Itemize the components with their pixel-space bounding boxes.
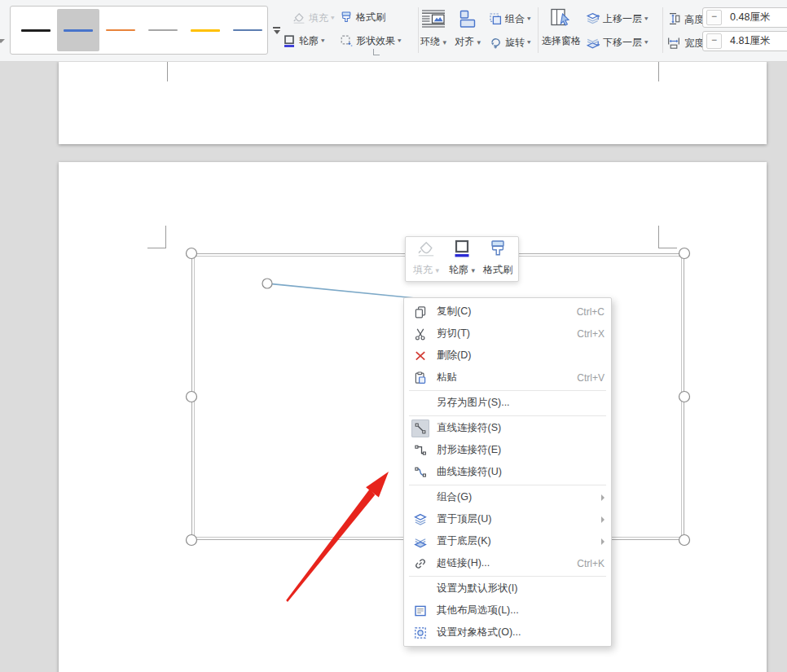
menu-separator xyxy=(409,576,606,577)
menu-item-set-default-shape[interactable]: 设置为默认形状(I) xyxy=(404,578,611,600)
ribbon-separator xyxy=(662,7,663,53)
menu-item-shortcut: Ctrl+X xyxy=(577,328,605,340)
outline-button[interactable]: 轮廓 ▾ xyxy=(282,33,325,48)
menu-item-curved-connector[interactable]: 曲线连接符(U) xyxy=(404,461,611,483)
chevron-down-icon: ▾ xyxy=(527,39,531,46)
chevron-down-icon: ▾ xyxy=(644,39,649,46)
menu-separator xyxy=(409,415,606,416)
outline-icon xyxy=(282,33,297,48)
wrap-button[interactable]: 环绕 ▾ xyxy=(415,8,451,49)
line-style-steel[interactable] xyxy=(226,9,269,51)
group-button[interactable]: 组合 ▾ xyxy=(488,11,531,26)
menu-icon-spacer xyxy=(411,394,429,412)
menu-item-elbow-connector[interactable]: 肘形连接符(E) xyxy=(404,439,611,461)
ribbon-toolbar: 填充 ▾ 格式刷 轮廓 ▾ 形状效果 ▾ 环绕 ▾ 对齐 ▾ 组合 ▾ 旋转 ▾ xyxy=(0,0,787,62)
menu-item-send-to-back[interactable]: 置于底层(K) xyxy=(404,530,611,552)
menu-item-copy[interactable]: 复制(C)Ctrl+C xyxy=(404,301,611,323)
format-painter-button[interactable]: 格式刷 xyxy=(339,10,385,24)
chevron-down-icon: ▾ xyxy=(477,38,481,46)
fill-label: 填充 xyxy=(309,11,328,25)
menu-item-format-object[interactable]: 设置对象格式(O)... xyxy=(404,621,611,643)
gallery-more-button[interactable] xyxy=(270,23,283,38)
menu-item-label: 超链接(H)... xyxy=(437,556,567,570)
fill-button[interactable]: 填充 ▾ xyxy=(292,11,335,25)
context-menu: 复制(C)Ctrl+C剪切(T)Ctrl+X删除(D)粘贴Ctrl+V另存为图片… xyxy=(403,297,612,647)
menu-item-save-as-picture[interactable]: 另存为图片(S)... xyxy=(404,392,611,414)
rotate-button[interactable]: 旋转 ▾ xyxy=(488,35,531,50)
shape-effects-icon xyxy=(339,33,354,48)
chevron-down-icon: ▾ xyxy=(442,38,446,46)
send-backward-button[interactable]: 下移一层 ▾ xyxy=(586,35,649,50)
submenu-arrow-icon xyxy=(601,538,605,545)
send-backward-label: 下移一层 xyxy=(603,36,642,50)
menu-item-group[interactable]: 组合(G) xyxy=(404,486,611,508)
line-style-gallery[interactable] xyxy=(10,6,268,55)
fill-bucket-icon xyxy=(415,238,437,261)
mini-fill-button[interactable]: 填充 ▾ xyxy=(408,239,444,279)
margin-mark xyxy=(658,62,659,81)
menu-item-bring-to-front[interactable]: 置于顶层(U) xyxy=(404,508,611,530)
menu-item-label: 置于顶层(U) xyxy=(437,512,595,526)
menu-item-label: 直线连接符(S) xyxy=(437,421,605,435)
line-style-black[interactable] xyxy=(15,9,57,51)
bring-forward-label: 上移一层 xyxy=(603,12,642,26)
height-icon xyxy=(666,11,681,29)
menu-item-label: 另存为图片(S)... xyxy=(437,396,605,410)
menu-item-cut[interactable]: 剪切(T)Ctrl+X xyxy=(404,323,611,345)
line-style-blue[interactable] xyxy=(57,9,99,51)
rotate-icon xyxy=(488,35,503,50)
elbow-connector-icon xyxy=(411,441,429,459)
selection-pane-button[interactable]: 选择窗格 xyxy=(541,7,582,48)
clipped-dropdown-icon[interactable] xyxy=(0,39,5,43)
menu-item-label: 复制(C) xyxy=(437,305,567,318)
shape-effects-button[interactable]: 形状效果 ▾ xyxy=(339,33,402,48)
cut-icon xyxy=(411,325,429,343)
bring-to-front-icon xyxy=(411,511,429,529)
format-painter-label: 格式刷 xyxy=(356,11,385,24)
line-swatch-preview xyxy=(148,29,178,31)
width-decrement-button[interactable]: − xyxy=(706,33,722,49)
height-decrement-button[interactable]: − xyxy=(706,10,722,25)
bring-forward-button[interactable]: 上移一层 ▾ xyxy=(586,11,649,26)
menu-item-delete[interactable]: 删除(D) xyxy=(404,345,611,367)
line-swatch-preview xyxy=(233,29,262,31)
gallery-more-icon xyxy=(273,27,280,29)
menu-item-label: 剪切(T) xyxy=(437,327,567,340)
line-swatch-preview xyxy=(64,29,93,32)
format-object-icon xyxy=(411,624,429,642)
height-input[interactable]: − 0.48厘米 xyxy=(702,7,787,28)
mini-outline-label: 轮廓 xyxy=(449,264,468,275)
selection-pane-label: 选择窗格 xyxy=(542,34,581,48)
menu-icon-spacer xyxy=(411,489,429,507)
line-swatch-preview xyxy=(106,29,135,31)
paste-icon xyxy=(411,369,429,387)
width-input[interactable]: − 4.81厘米 xyxy=(702,31,787,51)
line-style-gray[interactable] xyxy=(142,9,184,51)
straight-connector-icon xyxy=(411,419,429,437)
line-swatch-preview xyxy=(21,29,51,32)
margin-mark xyxy=(658,226,659,248)
document-page-1[interactable] xyxy=(59,61,767,144)
wrap-label: 环绕 xyxy=(420,36,440,47)
menu-item-label: 删除(D) xyxy=(437,349,605,362)
width-value[interactable]: 4.81厘米 xyxy=(730,34,770,48)
line-style-yellow[interactable] xyxy=(184,9,226,51)
margin-mark xyxy=(658,248,677,248)
dialog-launcher-icon[interactable] xyxy=(373,49,380,55)
menu-item-more-layout-options[interactable]: 其他布局选项(L)... xyxy=(404,600,611,621)
mini-outline-button[interactable]: 轮廓 ▾ xyxy=(444,239,480,279)
menu-item-paste[interactable]: 粘贴Ctrl+V xyxy=(404,367,611,389)
menu-item-label: 曲线连接符(U) xyxy=(437,465,605,479)
mini-format-painter-button[interactable]: 格式刷 xyxy=(480,239,516,279)
align-button[interactable]: 对齐 ▾ xyxy=(450,8,486,49)
fill-bucket-icon xyxy=(292,11,306,25)
menu-item-hyperlink[interactable]: 超链接(H)...Ctrl+K xyxy=(404,552,611,574)
menu-item-label: 粘贴 xyxy=(437,371,567,384)
height-value[interactable]: 0.48厘米 xyxy=(730,11,770,24)
menu-item-straight-connector[interactable]: 直线连接符(S) xyxy=(404,417,611,439)
floating-mini-toolbar: 填充 ▾ 轮廓 ▾ 格式刷 xyxy=(405,236,519,282)
line-style-orange[interactable] xyxy=(99,9,142,51)
ribbon-separator xyxy=(538,7,539,53)
outline-label: 轮廓 xyxy=(299,34,319,48)
delete-icon xyxy=(411,347,429,365)
